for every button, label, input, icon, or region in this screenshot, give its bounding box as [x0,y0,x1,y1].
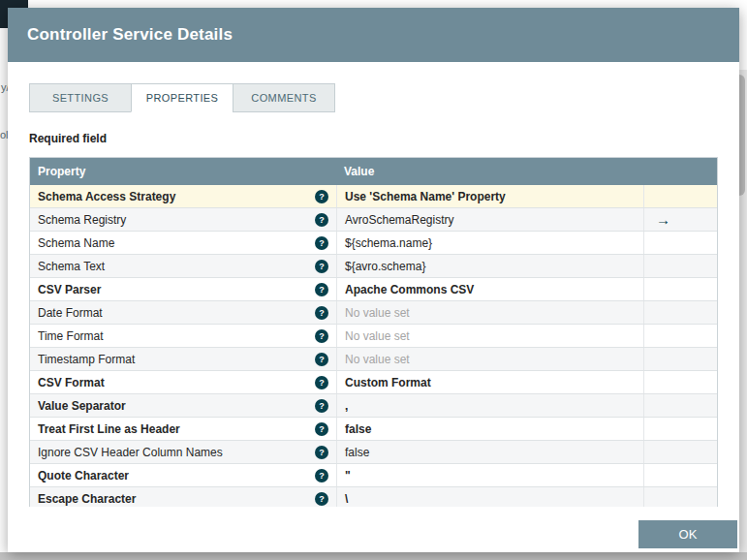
row-actions-cell: → [644,208,717,231]
property-name-cell: CSV Parser? [30,278,336,300]
property-value: , [336,394,644,417]
help-icon[interactable]: ? [315,283,328,296]
property-name: Schema Text [38,260,105,273]
help-icon[interactable]: ? [315,376,328,389]
property-value: \ [336,487,644,507]
property-name: Schema Name [38,236,114,250]
property-name-cell: Escape Character? [30,487,336,507]
property-name: Date Format [38,306,103,320]
dialog-header: Controller Service Details [8,8,739,62]
property-value: Use 'Schema Name' Property [336,185,644,207]
row-actions-cell [644,394,717,417]
property-name-cell: Value Separator? [30,394,336,417]
row-actions-cell [644,255,717,277]
property-name: Escape Character [38,492,136,506]
property-row[interactable]: Time Format?No value set [30,325,717,348]
help-icon[interactable]: ? [315,446,328,459]
row-actions-cell [644,278,717,300]
property-name-cell: Schema Access Strategy? [30,185,336,207]
property-name: CSV Parser [38,283,101,296]
property-value: No value set [336,325,644,347]
help-icon[interactable]: ? [315,492,328,506]
help-icon[interactable]: ? [315,329,328,343]
tab-settings[interactable]: SETTINGS [29,83,132,112]
property-name-cell: Treat First Line as Header? [30,418,336,440]
ok-button[interactable]: OK [638,520,737,548]
property-name-cell: Schema Name? [30,232,336,254]
property-row[interactable]: Ignore CSV Header Column Names?false [30,441,717,464]
property-name: Quote Character [38,469,129,482]
help-icon[interactable]: ? [315,306,328,320]
property-name-cell: CSV Format? [30,371,336,393]
property-row[interactable]: Schema Access Strategy?Use 'Schema Name'… [30,185,717,208]
dialog-body: SETTINGSPROPERTIESCOMMENTS Required fiel… [8,62,739,507]
property-name: Timestamp Format [38,353,135,366]
tab-comments[interactable]: COMMENTS [233,83,335,112]
property-row[interactable]: Schema Name?${schema.name} [30,232,717,255]
property-row[interactable]: Value Separator?, [30,394,717,418]
property-value: ${avro.schema} [336,255,644,277]
go-to-service-icon[interactable]: → [656,212,670,227]
property-name: CSV Format [38,376,105,389]
property-row[interactable]: CSV Parser?Apache Commons CSV [30,278,717,301]
property-value: " [336,464,644,486]
property-row[interactable]: Timestamp Format?No value set [30,348,717,371]
page-bottom-edge [0,552,747,560]
help-icon[interactable]: ? [315,469,328,482]
controller-service-details-dialog: Controller Service Details SETTINGSPROPE… [8,8,739,552]
property-value: false [336,441,644,463]
property-value: ${schema.name} [336,232,644,254]
row-actions-cell [644,371,717,393]
property-name: Ignore CSV Header Column Names [38,446,223,459]
property-row[interactable]: Treat First Line as Header?false [30,418,717,441]
property-value: No value set [336,301,644,324]
property-row[interactable]: Escape Character?\ [30,487,717,507]
help-icon[interactable]: ? [315,190,328,203]
help-icon[interactable]: ? [315,422,328,436]
help-icon[interactable]: ? [315,213,328,227]
property-value: false [336,418,644,440]
property-name-cell: Ignore CSV Header Column Names? [30,441,336,463]
property-name: Value Separator [38,399,126,413]
property-value: Custom Format [336,371,644,393]
property-name: Schema Access Strategy [38,190,175,203]
row-actions-cell [644,487,717,507]
property-name-cell: Date Format? [30,301,336,324]
column-header-value: Value [336,165,644,178]
row-actions-cell [644,301,717,324]
column-header-property: Property [30,165,336,178]
row-actions-cell [644,348,717,370]
property-name: Time Format [38,329,104,343]
properties-table: Property Value Schema Access Strategy?Us… [29,157,718,507]
property-name-cell: Quote Character? [30,464,336,486]
property-value: Apache Commons CSV [336,278,644,300]
tab-bar: SETTINGSPROPERTIESCOMMENTS [29,83,718,112]
property-value: No value set [336,348,644,370]
row-actions-cell [644,441,717,463]
property-row[interactable]: Quote Character?" [30,464,717,487]
row-actions-cell [644,232,717,254]
row-actions-cell [644,185,717,207]
property-name-cell: Timestamp Format? [30,348,336,370]
help-icon[interactable]: ? [315,399,328,413]
help-icon[interactable]: ? [315,260,328,273]
properties-table-body: Schema Access Strategy?Use 'Schema Name'… [30,185,717,507]
property-row[interactable]: Schema Text?${avro.schema} [30,255,717,278]
property-name-cell: Schema Registry? [30,208,336,231]
dialog-title: Controller Service Details [27,25,233,45]
required-field-label: Required field [29,132,718,145]
help-icon[interactable]: ? [315,236,328,250]
property-row[interactable]: Date Format?No value set [30,301,717,325]
row-actions-cell [644,418,717,440]
property-name-cell: Time Format? [30,325,336,347]
row-actions-cell [644,325,717,347]
help-icon[interactable]: ? [315,353,328,366]
property-row[interactable]: CSV Format?Custom Format [30,371,717,394]
property-value: AvroSchemaRegistry [336,208,644,231]
tab-properties[interactable]: PROPERTIES [131,83,233,112]
properties-table-header: Property Value [30,158,717,185]
property-name: Treat First Line as Header [38,422,180,436]
property-name: Schema Registry [38,213,126,227]
property-name-cell: Schema Text? [30,255,336,277]
property-row[interactable]: Schema Registry?AvroSchemaRegistry→ [30,208,717,232]
